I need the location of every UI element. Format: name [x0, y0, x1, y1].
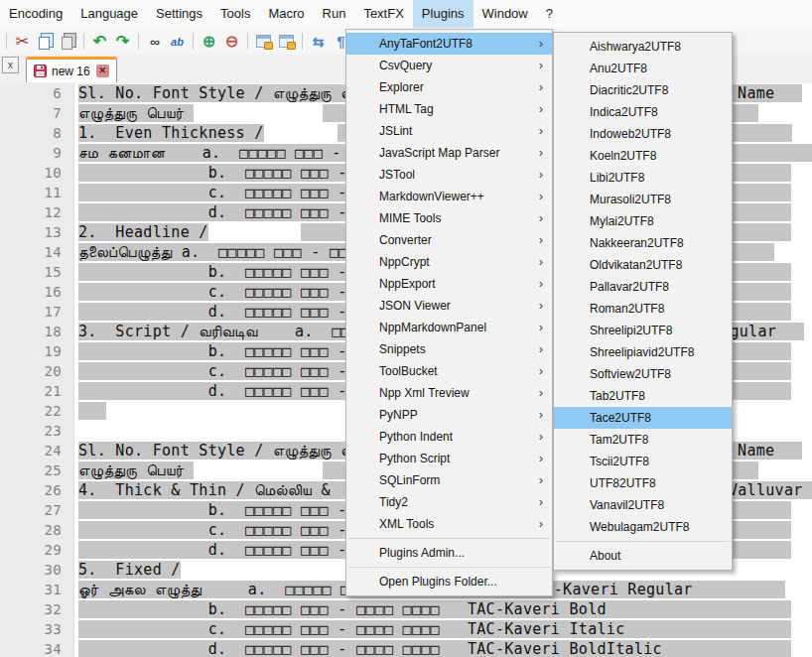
submenu-item-webulagam2utf8[interactable]: Webulagam2UTF8	[554, 516, 732, 538]
line-content	[73, 401, 106, 421]
menu-item-label: Diacritic2UTF8	[590, 79, 668, 101]
word-wrap-icon[interactable]: ⇆	[308, 31, 329, 53]
submenu-item-utf82utf8[interactable]: UTF82UTF8	[554, 472, 732, 494]
line-number: 32	[0, 599, 73, 619]
plugins-menu-item-npp-xml-treview[interactable]: Npp Xml Treview›	[346, 382, 552, 404]
cut-icon[interactable]: ✂	[12, 31, 33, 53]
line-content: c. □□□□□ □□□ - □□□□ □□□□ TAC-Kaveri Ital…	[73, 619, 791, 639]
submenu-item-libi2utf8[interactable]: Libi2UTF8	[554, 167, 732, 189]
menubar-item-settings[interactable]: Settings	[147, 0, 211, 28]
menubar-item-window[interactable]: Window	[474, 0, 537, 28]
copy-icon[interactable]	[35, 31, 56, 53]
submenu-item-indoweb2utf8[interactable]: Indoweb2UTF8	[554, 123, 732, 145]
plugins-menu-item-toolbucket[interactable]: ToolBucket›	[346, 360, 552, 382]
tab-close-icon[interactable]: ✕	[96, 65, 109, 77]
plugins-menu-item-nppmarkdownpanel[interactable]: NppMarkdownPanel›	[346, 317, 552, 338]
submenu-arrow-icon: ›	[539, 251, 543, 273]
plugins-menu-item-nppcrypt[interactable]: NppCrypt›	[346, 251, 552, 273]
plugins-menu-item-anytafont2utf8[interactable]: AnyTaFont2UTF8›	[346, 33, 552, 55]
doc-switcher-icon[interactable]	[253, 31, 274, 53]
menu-item-label: About	[590, 545, 620, 567]
plugins-menu-item-converter[interactable]: Converter›	[346, 229, 552, 251]
menubar-item-encoding[interactable]: Encoding	[0, 0, 71, 28]
menu-item-label: UTF82UTF8	[590, 472, 656, 494]
plugins-menu-item-jstool[interactable]: JSTool›	[346, 164, 552, 186]
menu-item-label: PyNPP	[379, 404, 418, 426]
menu-item-label: Roman2UTF8	[590, 298, 664, 320]
submenu-item-tab2utf8[interactable]: Tab2UTF8	[554, 385, 732, 407]
submenu-item-pallavar2utf8[interactable]: Pallavar2UTF8	[554, 276, 732, 298]
submenu-item-indica2utf8[interactable]: Indica2UTF8	[554, 101, 732, 123]
submenu-item-tam2utf8[interactable]: Tam2UTF8	[554, 429, 732, 451]
submenu-arrow-icon: ›	[539, 76, 543, 98]
plugins-menu-item-mime-tools[interactable]: MIME Tools›	[346, 207, 552, 229]
menu-item-label: Plugins Admin...	[379, 542, 465, 564]
tab-new-16[interactable]: new 16 ✕	[26, 57, 117, 82]
submenu-item-aishwarya2utf8[interactable]: Aishwarya2UTF8	[554, 36, 732, 58]
zoom-out-icon[interactable]: ⊖	[221, 31, 242, 53]
plugins-menu-item-csvquery[interactable]: CsvQuery›	[346, 55, 552, 76]
plugins-menu-item-jslint[interactable]: JSLint›	[346, 120, 552, 142]
submenu-arrow-icon: ›	[539, 338, 543, 360]
submenu-item-tace2utf8[interactable]: Tace2UTF8	[554, 407, 732, 429]
submenu-arrow-icon: ›	[539, 404, 543, 426]
zoom-in-icon[interactable]: ⊕	[199, 31, 219, 53]
submenu-item-diacritic2utf8[interactable]: Diacritic2UTF8	[554, 79, 732, 101]
submenu-item-koeln2utf8[interactable]: Koeln2UTF8	[554, 145, 732, 167]
submenu-item-shreelipiavid2utf8[interactable]: Shreelipiavid2UTF8	[554, 341, 732, 363]
menubar-item-[interactable]: ?	[537, 0, 562, 28]
replace-icon[interactable]: ab	[167, 31, 188, 53]
toolbar-separator	[138, 33, 139, 50]
menu-item-label: Nakkeeran2UTF8	[590, 232, 684, 254]
redo-icon[interactable]: ↷	[112, 31, 133, 53]
submenu-item-mylai2utf8[interactable]: Mylai2UTF8	[554, 210, 732, 232]
submenu-item-murasoli2utf8[interactable]: Murasoli2UTF8	[554, 189, 732, 210]
submenu-item-roman2utf8[interactable]: Roman2UTF8	[554, 298, 732, 320]
plugins-menu-item-sqlinform[interactable]: SQLinForm›	[346, 469, 552, 491]
submenu-item-tscii2utf8[interactable]: Tscii2UTF8	[554, 451, 732, 472]
submenu-item-shreelipi2utf8[interactable]: Shreelipi2UTF8	[554, 320, 732, 341]
plugins-menu-item-python-indent[interactable]: Python Indent›	[346, 426, 552, 448]
plugins-menu-item-explorer[interactable]: Explorer›	[346, 76, 552, 98]
submenu-item-anu2utf8[interactable]: Anu2UTF8	[554, 58, 732, 79]
menubar-item-textfx[interactable]: TextFX	[354, 0, 412, 28]
menu-item-label: NppExport	[379, 273, 436, 295]
submenu-item-vanavil2utf8[interactable]: Vanavil2UTF8	[554, 494, 732, 516]
submenu-item-oldvikatan2utf8[interactable]: Oldvikatan2UTF8	[554, 254, 732, 276]
plugins-menu-item-nppexport[interactable]: NppExport›	[346, 273, 552, 295]
plugins-menu-item-html-tag[interactable]: HTML Tag›	[346, 98, 552, 120]
find-icon[interactable]: ∞	[144, 31, 165, 53]
plugins-menu-item-python-script[interactable]: Python Script›	[346, 448, 552, 469]
menu-item-label: MIME Tools	[379, 207, 441, 229]
menubar-item-macro[interactable]: Macro	[259, 0, 313, 28]
panel-close-button[interactable]: x	[2, 57, 19, 73]
plugins-menu-item-javascript-map-parser[interactable]: JavaScript Map Parser›	[346, 142, 552, 164]
plugins-menu-item-tidy2[interactable]: Tidy2›	[346, 491, 552, 513]
plugins-menu-item-markdownviewer[interactable]: MarkdownViewer++›	[346, 186, 552, 207]
line-number: 27	[0, 500, 73, 520]
menu-item-label: Murasoli2UTF8	[590, 189, 671, 210]
toolbar-separator	[302, 33, 303, 50]
submenu-item-softview2utf8[interactable]: Softview2UTF8	[554, 363, 732, 385]
menu-item-label: Open Plugins Folder...	[379, 571, 497, 592]
paste-icon[interactable]	[58, 31, 78, 53]
submenu-item-nakkeeran2utf8[interactable]: Nakkeeran2UTF8	[554, 232, 732, 254]
plugins-menu-item-snippets[interactable]: Snippets›	[346, 338, 552, 360]
menu-item-label: Softview2UTF8	[590, 363, 671, 385]
menubar-item-run[interactable]: Run	[314, 0, 355, 28]
menu-item-label: JavaScript Map Parser	[379, 142, 499, 164]
doc-map-icon[interactable]	[276, 31, 297, 53]
menubar-item-plugins[interactable]: Plugins	[413, 0, 474, 28]
menubar-item-tools[interactable]: Tools	[211, 0, 259, 28]
submenu-arrow-icon: ›	[539, 360, 543, 382]
submenu-item-about[interactable]: About	[554, 545, 732, 567]
line-number: 15	[0, 262, 73, 282]
plugins-menu-item-pynpp[interactable]: PyNPP›	[346, 404, 552, 426]
plugins-menu-item-open-plugins-folder[interactable]: Open Plugins Folder...	[346, 571, 552, 592]
plugins-menu-item-xml-tools[interactable]: XML Tools›	[346, 513, 552, 535]
plugins-menu-item-json-viewer[interactable]: JSON Viewer›	[346, 295, 552, 317]
plugins-menu-item-plugins-admin[interactable]: Plugins Admin...	[346, 542, 552, 564]
menubar-item-language[interactable]: Language	[71, 0, 147, 28]
undo-icon[interactable]: ↶	[89, 31, 110, 53]
submenu-arrow-icon: ›	[539, 469, 543, 491]
